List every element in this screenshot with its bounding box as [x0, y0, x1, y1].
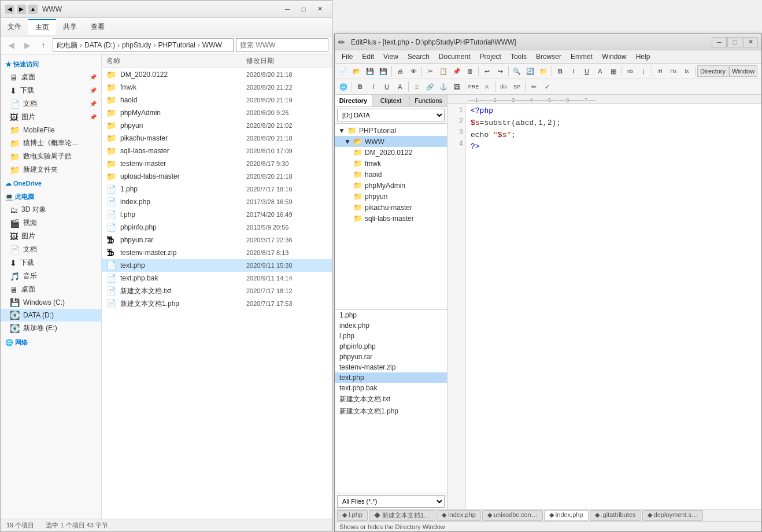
ep-redo-button[interactable]: ↪ — [494, 65, 506, 77]
ep-menu-file[interactable]: File — [337, 51, 357, 62]
ep-file-item[interactable]: phpyun.rar — [335, 352, 447, 362]
table-row[interactable]: 📁 DM_2020.0122 2020/8/20 21:18 — [102, 68, 332, 81]
table-row[interactable]: 📁 haoid 2020/8/20 21:19 — [102, 94, 332, 106]
ep-menu-browser[interactable]: Browser — [531, 51, 566, 62]
ep-anchor-btn[interactable]: ⚓ — [437, 80, 450, 93]
ep-color-button[interactable]: A — [594, 65, 606, 77]
ep-filter-select[interactable]: All Files (*.*) — [337, 495, 445, 508]
ep-save-button[interactable]: 💾 — [364, 65, 376, 77]
sidebar-section-network[interactable]: 🌐 网络 — [1, 335, 101, 349]
ep-bottom-tab-gitattr[interactable]: ◆ .gitattributes — [590, 510, 641, 521]
sidebar-item-c-drive[interactable]: 💾 Windows (C:) — [1, 296, 101, 309]
ep-format-i[interactable]: I — [367, 80, 380, 93]
tab-view[interactable]: 查看 — [84, 19, 112, 35]
sidebar-item-desktop2[interactable]: 🖥 桌面 — [1, 283, 101, 296]
ep-bottom-tab-indexphp2[interactable]: ◆ index.php — [544, 510, 589, 521]
sidebar-item-d-drive[interactable]: 💽 DATA (D:) — [1, 309, 101, 322]
ep-lx-button[interactable]: lx — [680, 65, 693, 77]
sidebar-item-documents[interactable]: 📄 文档 📌 — [1, 97, 101, 110]
table-row[interactable]: 📁 testenv-master 2020/8/17 9:30 — [102, 157, 332, 170]
ep-h1-button[interactable]: H — [654, 65, 667, 77]
ep-tab-directory[interactable]: Directory — [335, 95, 372, 106]
ep-close-button[interactable]: ✕ — [743, 37, 758, 47]
back-icon[interactable]: ◀ — [5, 5, 14, 14]
table-row[interactable]: 📄 phpinfo.php 2013/5/9 20:56 — [102, 221, 332, 234]
ep-copy-button[interactable]: 📋 — [437, 65, 450, 77]
ep-underline-button[interactable]: U — [580, 65, 593, 77]
maximize-button[interactable]: □ — [296, 4, 311, 14]
minimize-button[interactable]: ─ — [280, 4, 295, 14]
ep-menu-window[interactable]: Window — [597, 51, 631, 62]
ep-paste-button[interactable]: 📌 — [450, 65, 463, 77]
ep-window-label[interactable]: Window — [729, 65, 757, 77]
ep-format-b[interactable]: B — [354, 80, 367, 93]
ep-undo-button[interactable]: ↩ — [480, 65, 493, 77]
ep-menu-tools[interactable]: Tools — [506, 51, 531, 62]
ep-sp-btn[interactable]: SP — [511, 80, 523, 93]
ep-save-all-button[interactable]: 💾 — [377, 65, 390, 77]
tree-item-www[interactable]: ▼ 📂 WWW — [335, 136, 447, 147]
sidebar-item-pictures2[interactable]: 🖼 图片 — [1, 230, 101, 243]
sidebar-section-quick-access[interactable]: ★ 快速访问 — [1, 57, 101, 71]
tree-item-phptutorial[interactable]: ▼ 📁 PHPTutorial — [335, 125, 447, 136]
ep-table-button[interactable]: ▦ — [607, 65, 620, 77]
ep-italic-button[interactable]: I — [567, 65, 580, 77]
ep-minimize-button[interactable]: ─ — [712, 37, 727, 47]
ep-tab-cliptext[interactable]: Cliptext — [372, 95, 410, 106]
sidebar-item-3d[interactable]: 🗂 3D 对象 — [1, 203, 101, 216]
sidebar-item-shudian[interactable]: 📁 数电实验周子皓 — [1, 150, 101, 163]
sidebar-item-yuanboshi[interactable]: 📁 猿博士《概率论与数… — [1, 136, 101, 150]
table-row[interactable]: 📁 phpMyAdmin 2020/6/20 9:26 — [102, 106, 332, 119]
ep-file-item[interactable]: phpinfo.php — [335, 341, 447, 352]
sidebar-item-e-drive[interactable]: 💽 新加卷 (E:) — [1, 322, 101, 335]
col-name-header[interactable]: 名称 — [106, 56, 246, 66]
ep-a-btn[interactable]: A — [480, 80, 493, 93]
sidebar-section-onedrive[interactable]: ☁ OneDrive — [1, 176, 101, 189]
sidebar-section-this-pc[interactable]: 💻 此电脑 — [1, 189, 101, 203]
tab-home[interactable]: 主页 — [28, 19, 56, 35]
ep-check-btn[interactable]: ✓ — [541, 80, 553, 93]
ep-open-button[interactable]: 📂 — [350, 65, 363, 77]
ep-bold-button[interactable]: B — [554, 65, 567, 77]
ep-bottom-tab-indexphp[interactable]: ◆ index.php — [437, 510, 481, 521]
sidebar-item-downloads2[interactable]: ⬇ 下载 — [1, 256, 101, 269]
ep-j-button[interactable]: j — [637, 65, 650, 77]
table-row-selected[interactable]: 📄 text.php 2020/9/11 15:30 — [102, 259, 332, 272]
table-row[interactable]: 📁 phpyun 2020/8/20 21:02 — [102, 119, 332, 132]
ep-font-btn[interactable]: A — [394, 80, 406, 93]
ep-file-item[interactable]: 新建文本文档1.php — [335, 405, 447, 418]
sidebar-item-newfolder[interactable]: 📁 新建文件夹 — [1, 163, 101, 176]
ep-menu-view[interactable]: View — [379, 51, 403, 62]
sidebar-item-video[interactable]: 🎬 视频 — [1, 216, 101, 230]
ep-find-button[interactable]: 🔍 — [511, 65, 523, 77]
ep-link-btn[interactable]: 🔗 — [424, 80, 437, 93]
sidebar-item-music[interactable]: 🎵 音乐 — [1, 269, 101, 283]
ep-directory-label[interactable]: Directory — [697, 65, 728, 77]
ep-file-item[interactable]: index.php — [335, 320, 447, 331]
sidebar-item-downloads[interactable]: ⬇ 下载 📌 — [1, 84, 101, 97]
ep-drive-select[interactable]: [D:] DATA — [337, 109, 445, 121]
ep-menu-edit[interactable]: Edit — [357, 51, 379, 62]
table-row[interactable]: 📄 1.php 2020/7/17 18:16 — [102, 183, 332, 195]
ep-menu-document[interactable]: Document — [434, 51, 475, 62]
tree-item-fmwk[interactable]: 📁 fmwk — [335, 158, 447, 169]
ep-menu-search[interactable]: Search — [403, 51, 434, 62]
forward-nav-button[interactable]: ▶ — [20, 38, 34, 52]
tab-file[interactable]: 文件 — [1, 19, 28, 35]
tree-item-sqli[interactable]: 📁 sqli-labs-master — [335, 213, 447, 224]
ep-format-u[interactable]: U — [380, 80, 393, 93]
ep-img-btn[interactable]: 🖼 — [450, 80, 463, 93]
ep-maximize-button[interactable]: □ — [727, 37, 742, 47]
search-input[interactable] — [236, 38, 328, 52]
table-row[interactable]: 🗜 phpyun.rar 2020/3/17 22:36 — [102, 234, 332, 246]
ep-replace-button[interactable]: 🔄 — [524, 65, 537, 77]
sidebar-item-mobilefile[interactable]: 📁 MobileFile — [1, 124, 101, 136]
up-nav-button[interactable]: ↑ — [36, 38, 50, 52]
table-row[interactable]: 📄 l.php 2017/4/20 16:49 — [102, 208, 332, 221]
table-row[interactable]: 📄 text.php.bak 2020/9/11 14:14 — [102, 272, 332, 285]
tree-item-phpyun[interactable]: 📁 phpyun — [335, 191, 447, 202]
ep-menu-project[interactable]: Project — [475, 51, 506, 62]
ep-pencil-btn[interactable]: ✏ — [527, 80, 540, 93]
ep-align-btn[interactable]: ≡ — [410, 80, 423, 93]
tab-share[interactable]: 共享 — [56, 19, 84, 35]
